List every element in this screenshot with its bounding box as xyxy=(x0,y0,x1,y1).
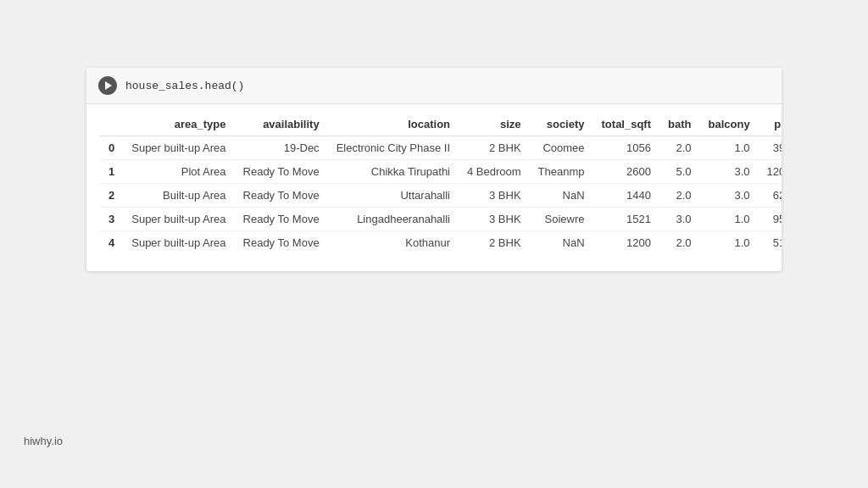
col-balcony: balcony xyxy=(699,113,758,136)
cell-size: 2 BHK xyxy=(459,136,530,160)
col-area_type: area_type xyxy=(123,113,234,136)
table-row: 2Built-up AreaReady To MoveUttarahalli3 … xyxy=(100,184,782,208)
cell-area_type: Built-up Area xyxy=(123,184,234,208)
cell-balcony: 3.0 xyxy=(699,160,758,184)
cell-availability: Ready To Move xyxy=(235,160,328,184)
cell-availability: Ready To Move xyxy=(235,231,328,255)
cell-index: 0 xyxy=(100,136,123,160)
cell-bath: 3.0 xyxy=(659,208,699,231)
cell-price: 51.00 xyxy=(759,231,782,255)
run-button[interactable] xyxy=(98,76,117,95)
cell-balcony: 3.0 xyxy=(699,184,758,208)
footer-brand: hiwhy.io xyxy=(24,435,63,447)
cell-location: Chikka Tirupathi xyxy=(328,160,459,184)
cell-total_sqft: 1440 xyxy=(593,184,660,208)
cell-location: Kothanur xyxy=(328,231,459,255)
cell-bath: 2.0 xyxy=(659,231,699,255)
cell-total_sqft: 1200 xyxy=(593,231,660,255)
cell-society: Coomee xyxy=(530,136,593,160)
table-row: 4Super built-up AreaReady To MoveKothanu… xyxy=(100,231,782,255)
cell-society: Soiewre xyxy=(530,208,593,231)
cell-society: Theanmp xyxy=(530,160,593,184)
cell-bath: 2.0 xyxy=(659,136,699,160)
notebook-cell: house_sales.head() area_type availabilit… xyxy=(86,68,782,271)
cell-size: 3 BHK xyxy=(459,184,530,208)
cell-bath: 2.0 xyxy=(659,184,699,208)
col-price: price xyxy=(759,113,782,136)
cell-availability: Ready To Move xyxy=(235,184,328,208)
col-index xyxy=(100,113,123,136)
cell-area_type: Plot Area xyxy=(123,160,234,184)
cell-index: 3 xyxy=(100,208,123,231)
cell-size: 4 Bedroom xyxy=(459,160,530,184)
cell-price: 95.00 xyxy=(759,208,782,231)
page-wrapper: house_sales.head() area_type availabilit… xyxy=(0,0,868,305)
cell-index: 1 xyxy=(100,160,123,184)
cell-total_sqft: 2600 xyxy=(593,160,660,184)
cell-balcony: 1.0 xyxy=(699,136,758,160)
cell-location: Uttarahalli xyxy=(328,184,459,208)
cell-society: NaN xyxy=(530,231,593,255)
cell-availability: 19-Dec xyxy=(235,136,328,160)
cell-society: NaN xyxy=(530,184,593,208)
cell-size: 3 BHK xyxy=(459,208,530,231)
col-availability: availability xyxy=(235,113,328,136)
cell-area_type: Super built-up Area xyxy=(123,231,234,255)
cell-price: 120.00 xyxy=(759,160,782,184)
table-row: 0Super built-up Area19-DecElectronic Cit… xyxy=(100,136,782,160)
cell-bath: 5.0 xyxy=(659,160,699,184)
col-location: location xyxy=(328,113,459,136)
cell-index: 4 xyxy=(100,231,123,255)
table-row: 1Plot AreaReady To MoveChikka Tirupathi4… xyxy=(100,160,782,184)
cell-availability: Ready To Move xyxy=(235,208,328,231)
cell-total_sqft: 1521 xyxy=(593,208,660,231)
cell-balcony: 1.0 xyxy=(699,208,758,231)
data-table: area_type availability location size soc… xyxy=(100,113,782,254)
cell-location: Lingadheeranahalli xyxy=(328,208,459,231)
col-bath: bath xyxy=(659,113,699,136)
table-row: 3Super built-up AreaReady To MoveLingadh… xyxy=(100,208,782,231)
cell-price: 62.00 xyxy=(759,184,782,208)
cell-code: house_sales.head() xyxy=(125,80,244,92)
cell-location: Electronic City Phase II xyxy=(328,136,459,160)
cell-balcony: 1.0 xyxy=(699,231,758,255)
cell-price: 39.07 xyxy=(759,136,782,160)
cell-area_type: Super built-up Area xyxy=(123,136,234,160)
cell-area_type: Super built-up Area xyxy=(123,208,234,231)
cell-output: area_type availability location size soc… xyxy=(86,104,782,271)
cell-header: house_sales.head() xyxy=(86,68,782,104)
col-total_sqft: total_sqft xyxy=(593,113,660,136)
table-header-row: area_type availability location size soc… xyxy=(100,113,782,136)
col-society: society xyxy=(530,113,593,136)
col-size: size xyxy=(459,113,530,136)
cell-total_sqft: 1056 xyxy=(593,136,660,160)
cell-size: 2 BHK xyxy=(459,231,530,255)
cell-index: 2 xyxy=(100,184,123,208)
